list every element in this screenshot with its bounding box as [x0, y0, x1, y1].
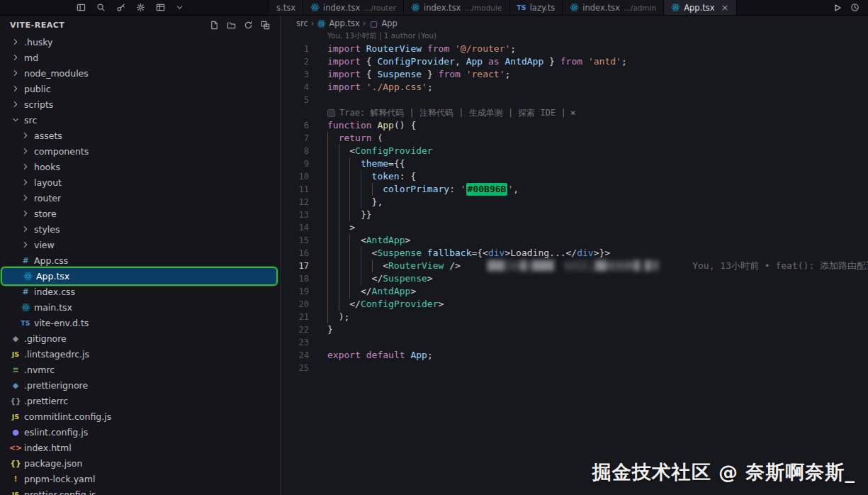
line-number — [281, 106, 309, 119]
tree-file-prettier-config-js[interactable]: JSprettier.config.js — [0, 486, 280, 495]
tab-index-tsx[interactable]: index.tsx.../router — [303, 0, 404, 15]
html-icon: <> — [10, 443, 21, 452]
tree-item-label: scripts — [24, 99, 53, 110]
git-icon: ◆ — [10, 334, 21, 343]
tree-folder-scripts[interactable]: scripts — [0, 96, 280, 112]
indent-guide — [349, 157, 361, 170]
tree-file-vite-env-d-ts[interactable]: TSvite-env.d.ts — [0, 315, 280, 330]
code-token: > — [439, 298, 444, 311]
play-icon[interactable] — [833, 4, 842, 12]
indent-guide — [349, 247, 361, 260]
code-token: < — [361, 234, 366, 247]
layout-icon[interactable] — [77, 3, 86, 12]
tree-folder--husky[interactable]: .husky — [0, 34, 280, 50]
tree-file-package-json[interactable]: {}package.json — [0, 455, 280, 471]
code-token: } — [543, 55, 560, 68]
breadcrumb-item-src[interactable]: src — [296, 18, 308, 28]
tree-folder-node_modules[interactable]: node_modules — [0, 65, 280, 81]
breadcrumb-label: App.tsx — [329, 18, 359, 28]
indent-guide — [349, 196, 361, 208]
tree-folder-layout[interactable]: layout — [0, 174, 280, 190]
tab-index-tsx[interactable]: index.tsx.../module — [404, 0, 509, 15]
tree-file--gitignore[interactable]: ◆.gitignore — [0, 330, 280, 346]
tree-folder-md[interactable]: md — [0, 50, 280, 65]
hint-close-icon[interactable]: × — [570, 106, 576, 119]
indent-guide — [361, 272, 372, 285]
tree-file--prettierrc[interactable]: {}.prettierrc — [0, 393, 280, 408]
breadcrumb-item-App[interactable]: ▢App — [368, 18, 397, 28]
code-token: ={< — [471, 247, 487, 260]
code-area[interactable]: 1import RouterView from '@/router';2impo… — [281, 43, 868, 374]
code-token: ; — [621, 55, 627, 68]
indent-guide — [339, 208, 350, 221]
code-token: > — [427, 272, 433, 285]
code-token: Suspense — [383, 272, 427, 285]
tab-index-tsx[interactable]: index.tsx.../admin — [563, 0, 664, 15]
history-icon[interactable] — [850, 3, 859, 12]
tree-folder-store[interactable]: store — [0, 206, 280, 221]
react-icon — [411, 3, 420, 12]
code-line-21: 21); — [281, 311, 868, 323]
tree-folder-public[interactable]: public — [0, 81, 280, 96]
code-token: 'react' — [466, 68, 505, 81]
indent-guide — [372, 260, 383, 272]
tree-file--nvmrc[interactable]: ≡.nvmrc — [0, 362, 280, 377]
code-line-16: 16<Suspense fallback={<div>Loading...</d… — [281, 247, 868, 260]
table-icon[interactable] — [156, 3, 165, 12]
css-icon: # — [20, 287, 31, 296]
tab-s-tsx[interactable]: s.tsx — [269, 0, 303, 15]
collapse-all-icon[interactable] — [261, 21, 270, 30]
tree-folder-hooks[interactable]: hooks — [0, 159, 280, 174]
react-icon — [22, 272, 33, 281]
tree-folder-view[interactable]: view — [0, 237, 280, 252]
tree-folder-components[interactable]: components — [0, 143, 280, 159]
tree-file-App-css[interactable]: #App.css — [0, 252, 280, 268]
project-title: VITE-REACT — [10, 21, 210, 30]
code-line-11: 11colorPrimary: '#00B96B', — [281, 183, 868, 196]
tree-item-label: public — [24, 84, 51, 94]
tab-App-tsx[interactable]: App.tsx× — [664, 0, 736, 15]
indent-guide — [349, 170, 361, 183]
tree-folder-assets[interactable]: assets — [0, 128, 280, 143]
tree-file-main-tsx[interactable]: main.tsx — [0, 299, 280, 315]
tree-item-label: assets — [34, 130, 62, 141]
tab-label: index.tsx — [582, 3, 619, 13]
indent-guide — [327, 247, 339, 260]
tab-lazy-ts[interactable]: TSlazy.ts — [509, 0, 563, 15]
tab-bar-actions — [825, 0, 868, 15]
new-folder-icon[interactable] — [227, 21, 236, 30]
tree-folder-styles[interactable]: styles — [0, 221, 280, 237]
code-line-1: 1import RouterView from '@/router'; — [281, 43, 868, 55]
breadcrumb-item-App-tsx[interactable]: App.tsx — [317, 18, 359, 28]
search-icon[interactable] — [96, 3, 106, 12]
close-icon[interactable]: × — [721, 3, 729, 12]
tree-folder-router[interactable]: router — [0, 190, 280, 206]
chevron-down-icon[interactable] — [176, 4, 184, 11]
code-token: '@/router' — [455, 43, 510, 55]
tree-item-label: index.css — [34, 287, 75, 297]
code-line-2: 2import { ConfigProvider, App as AntdApp… — [281, 55, 868, 68]
code-line-7: 7return ( — [281, 132, 868, 145]
code-token: ; — [427, 349, 433, 362]
settings-icon[interactable] — [136, 3, 145, 12]
tree-file-index-css[interactable]: #index.css — [0, 284, 280, 299]
indent-guide — [349, 234, 361, 247]
code-token: export — [327, 349, 366, 362]
code-line-4: 4import './App.css'; — [281, 81, 868, 94]
tree-file-index-html[interactable]: <>index.html — [0, 440, 280, 455]
code-token: import — [327, 55, 366, 68]
tree-file--lintstagedrc-js[interactable]: JS.lintstagedrc.js — [0, 346, 280, 362]
code-token: import — [327, 43, 366, 55]
tree-file-eslint-config-js[interactable]: ●eslint.config.js — [0, 424, 280, 440]
tree-file-App-tsx[interactable]: App.tsx — [1, 267, 278, 286]
tree-file--prettierignore[interactable]: ◆.prettierignore — [0, 377, 280, 393]
tree-file-commitlint-config-js[interactable]: JScommitlint.config.js — [0, 408, 280, 424]
tree-file-pnpm-lock-yaml[interactable]: !pnpm-lock.yaml — [0, 471, 280, 486]
refresh-icon[interactable] — [244, 21, 253, 30]
new-file-icon[interactable] — [210, 21, 219, 30]
key-icon[interactable] — [116, 3, 125, 12]
line-number: 5 — [281, 94, 309, 106]
code-token: fallback — [422, 247, 471, 260]
tree-folder-src[interactable]: src — [0, 112, 280, 128]
line-number: 10 — [281, 170, 309, 183]
